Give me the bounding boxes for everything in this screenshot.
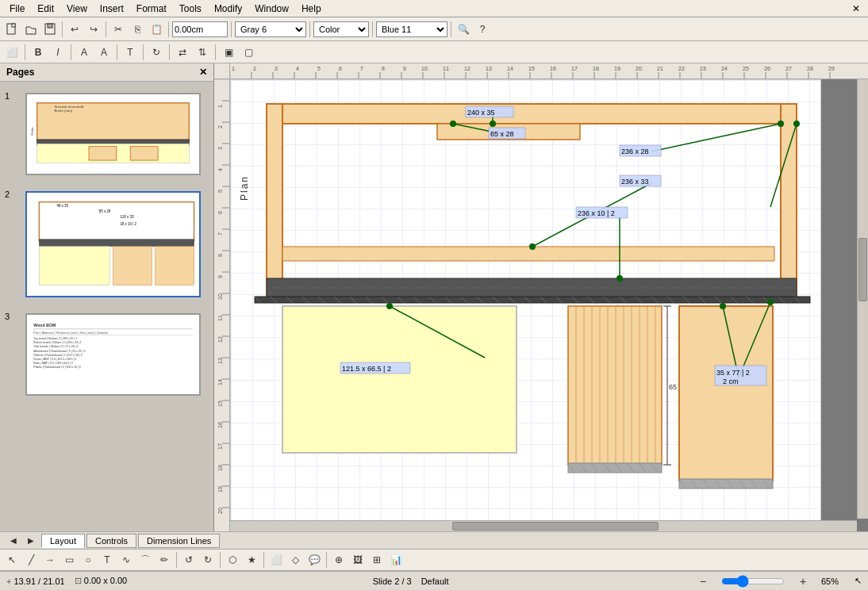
fill-color-select[interactable]: Blue 11 (376, 21, 447, 37)
ruler-vertical: 1 2 3 4 5 6 7 8 9 10 11 12 13 14 15 16 1 (214, 79, 230, 531)
toolbar-formatting: ⬜ B I A A T ↻ ⇄ ⇅ ▣ ▢ (0, 41, 868, 63)
connector-tool[interactable]: ⌒ (136, 551, 154, 569)
rect-tool[interactable]: ▭ (60, 551, 78, 569)
tab-controls[interactable]: Controls (86, 534, 136, 548)
freeform-tool[interactable]: ✏ (156, 551, 173, 569)
svg-text:15: 15 (528, 66, 535, 71)
page-next-button[interactable]: ▶ (22, 532, 40, 550)
svg-rect-178 (282, 306, 517, 453)
svg-text:4: 4 (296, 66, 299, 71)
format-btn2[interactable]: A (95, 44, 113, 61)
svg-text:Bottom board | Glulam | 2 | 25: Bottom board | Glulam | 2 | 256 x 33 | 1 (33, 341, 81, 344)
ruler-v-svg: 1 2 3 4 5 6 7 8 9 10 11 12 13 14 15 16 1 (214, 79, 230, 531)
help-button[interactable]: ? (474, 21, 491, 38)
page2-thumb[interactable]: 48 x 35 65 x 28 118 x 33 18 x 10 | 2 (25, 191, 201, 297)
ruler-corner (214, 63, 230, 79)
redo-button[interactable]: ↪ (85, 21, 102, 38)
svg-text:21: 21 (657, 66, 663, 71)
align-left-button[interactable]: ⬜ (3, 44, 21, 61)
menu-modify[interactable]: Modify (208, 2, 248, 16)
callout-tool[interactable]: 💬 (305, 551, 323, 569)
vertical-scrollbar[interactable] (857, 79, 868, 519)
polygon-tool[interactable]: ⬡ (224, 551, 241, 569)
canvas-area[interactable]: 1 2 3 4 5 6 7 8 9 10 11 12 13 14 15 16 1 (214, 63, 868, 531)
pages-close-icon[interactable]: ✕ (199, 67, 207, 78)
open-button[interactable] (22, 21, 40, 38)
flip-v-btn[interactable]: ⇅ (194, 44, 211, 61)
table-tool[interactable]: ⊞ (368, 551, 386, 569)
paste-button[interactable]: 📋 (148, 21, 165, 38)
horizontal-scrollbar[interactable] (230, 520, 857, 531)
svg-text:1: 1 (232, 66, 235, 71)
new-button[interactable] (3, 21, 21, 38)
ungroup-btn[interactable]: ▢ (240, 44, 257, 61)
save-button[interactable] (41, 21, 59, 38)
vscroll-thumb[interactable] (858, 238, 867, 301)
svg-point-223 (490, 121, 496, 127)
select-tool[interactable]: ↖ (3, 551, 21, 569)
svg-text:15: 15 (217, 400, 223, 407)
copy-button[interactable]: ⎘ (129, 21, 146, 38)
page1-thumb[interactable]: Schrank-Innenmaß Breite (mm) Höhe (25, 93, 201, 175)
tab-layout[interactable]: Layout (41, 534, 85, 548)
svg-text:118 x 33: 118 x 33 (120, 215, 134, 219)
zoom-button[interactable]: 🔍 (455, 21, 472, 38)
svg-text:Part | Material | Thickness (m: Part | Material | Thickness (mm) | Size … (33, 331, 108, 335)
hscroll-thumb[interactable] (452, 522, 659, 531)
svg-text:27: 27 (785, 66, 792, 71)
rotate-btn[interactable]: ↻ (148, 44, 165, 61)
svg-text:5: 5 (317, 66, 321, 71)
zoom-slider[interactable] (721, 575, 785, 588)
menu-format[interactable]: Format (130, 2, 173, 16)
page3-number: 3 (5, 312, 10, 321)
text-tool-bottom[interactable]: T (98, 551, 116, 569)
svg-text:236 x 33: 236 x 33 (621, 178, 649, 186)
ellipse-tool[interactable]: ○ (79, 551, 97, 569)
curve-tool[interactable]: ∿ (117, 551, 135, 569)
chart-tool[interactable]: 📊 (387, 551, 405, 569)
3d-box-tool[interactable]: ⬜ (267, 551, 285, 569)
svg-text:3: 3 (275, 66, 278, 71)
rotate-left-btn[interactable]: ↺ (180, 551, 198, 569)
cut-button[interactable]: ✂ (109, 21, 127, 38)
format-btn1[interactable]: A (75, 44, 93, 61)
tab-dimension-lines[interactable]: Dimension Lines (138, 534, 220, 548)
text-tool[interactable]: T (121, 44, 139, 61)
symbol-tool[interactable]: ⊕ (330, 551, 348, 569)
menu-edit[interactable]: Edit (31, 2, 60, 16)
menu-window[interactable]: Window (248, 2, 295, 16)
rotate-right-btn[interactable]: ↻ (199, 551, 217, 569)
fill-style-select[interactable]: Color (313, 21, 369, 37)
arrow-tool[interactable]: → (41, 551, 59, 569)
line-width-input[interactable] (172, 21, 228, 37)
status-bar: + 13.91 / 21.01 ⊡ 0.00 x 0.00 Slide 2 / … (0, 571, 868, 590)
flow-tool[interactable]: ◇ (286, 551, 304, 569)
italic-button[interactable]: I (49, 44, 67, 61)
page-prev-button[interactable]: ◀ (5, 532, 22, 550)
menu-help[interactable]: Help (295, 2, 328, 16)
undo-button[interactable]: ↩ (66, 21, 83, 38)
slide-canvas[interactable]: Plan (230, 79, 821, 531)
page3-thumb[interactable]: Wood BOM Part | Material | Thickness (mm… (25, 313, 201, 396)
svg-text:121.5 x 66.5 | 2: 121.5 x 66.5 | 2 (342, 365, 391, 373)
zoom-in-button[interactable]: + (794, 573, 812, 590)
window-close-icon[interactable]: ✕ (847, 2, 865, 16)
svg-text:Side boards | Glulam | 2 | 77 : Side boards | Glulam | 2 | 77 x 25 | 2 (33, 345, 78, 348)
menu-file[interactable]: File (3, 2, 31, 16)
bold-button[interactable]: B (29, 44, 47, 61)
svg-point-226 (529, 243, 536, 250)
zoom-out-button[interactable]: − (694, 573, 712, 590)
line-style-select[interactable]: Gray 6 (235, 21, 306, 37)
star-tool[interactable]: ★ (243, 551, 260, 569)
menu-tools[interactable]: Tools (173, 2, 208, 16)
group-btn[interactable]: ▣ (220, 44, 237, 61)
menu-insert[interactable]: Insert (94, 2, 130, 16)
flip-h-btn[interactable]: ⇄ (174, 44, 191, 61)
line-tool[interactable]: ╱ (22, 551, 40, 569)
menu-view[interactable]: View (60, 2, 94, 16)
svg-rect-191 (679, 306, 773, 481)
svg-text:17: 17 (571, 66, 578, 71)
svg-rect-139 (267, 278, 797, 298)
svg-text:11: 11 (217, 315, 223, 321)
image-tool[interactable]: 🖼 (349, 551, 367, 569)
